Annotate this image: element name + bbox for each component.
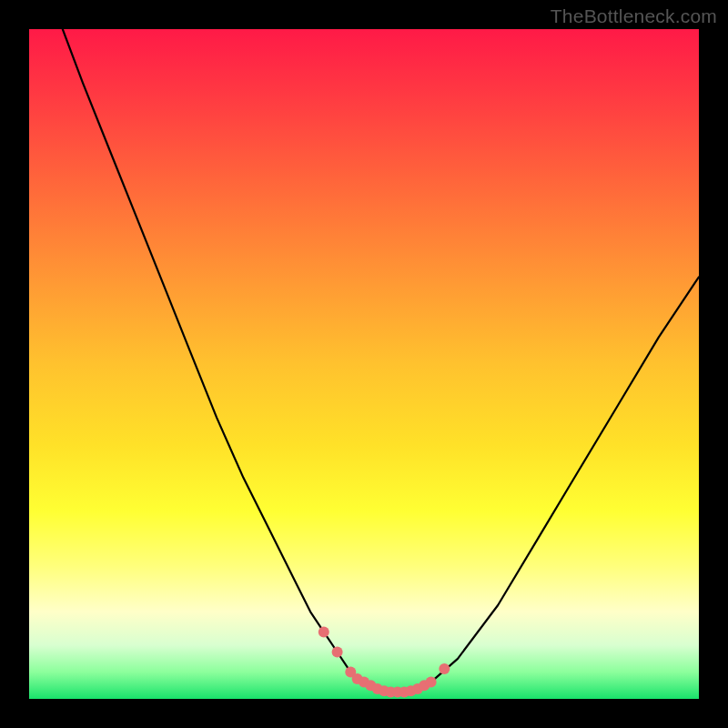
bottleneck-curve [63,29,699,693]
marker-dot [318,626,329,637]
watermark-label: TheBottleneck.com [551,5,717,27]
sweet-spot-markers [318,626,450,697]
marker-dot [439,663,450,674]
plot-area [29,29,699,699]
chart-svg [29,29,699,699]
chart-frame: TheBottleneck.com [0,0,728,728]
marker-dot [332,647,343,658]
marker-dot [426,677,437,688]
